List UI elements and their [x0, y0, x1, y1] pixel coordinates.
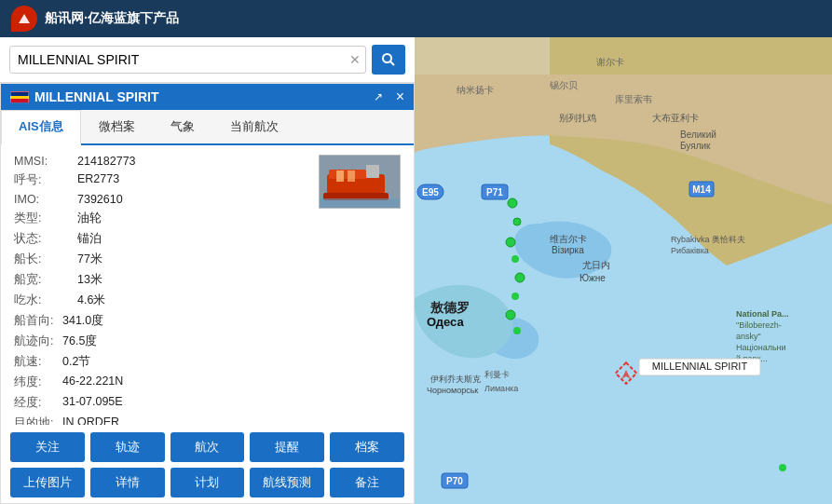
- svg-text:Національни: Національни: [736, 343, 786, 352]
- lat-label: 纬度:: [14, 375, 62, 390]
- type-row: 类型: 油轮: [14, 211, 226, 226]
- svg-text:纳米扬卡: 纳米扬卡: [457, 85, 494, 95]
- imo-row: IMO: 7392610: [14, 193, 226, 206]
- svg-marker-0: [19, 14, 30, 23]
- svg-text:P70: P70: [446, 476, 463, 486]
- svg-text:Rybakivka 奥恰科夫: Rybakivka 奥恰科夫: [671, 235, 745, 244]
- alert-button[interactable]: 提醒: [250, 432, 324, 462]
- length-label: 船长:: [14, 252, 77, 267]
- svg-text:伊利乔夫斯克: 伊利乔夫斯克: [430, 375, 481, 384]
- close-button[interactable]: ×: [396, 89, 404, 104]
- svg-point-41: [511, 255, 519, 263]
- tab-ais[interactable]: AIS信息: [1, 110, 81, 145]
- svg-line-54: [390, 61, 394, 65]
- svg-text:Буялик: Буялик: [680, 141, 711, 151]
- svg-point-40: [506, 238, 515, 247]
- svg-text:Одеса: Одеса: [427, 315, 464, 329]
- tab-profile[interactable]: 微档案: [81, 110, 153, 143]
- svg-text:维吉尔卡: 维吉尔卡: [550, 234, 587, 244]
- mmsi-row: MMSI: 214182773: [14, 155, 226, 168]
- ship-card: MILLENNIAL SPIRIT ↗ × AIS信息 微档案 气象 当前航次: [0, 83, 415, 504]
- btn-row-1: 关注 轨迹 航次 提醒 档案: [10, 432, 404, 462]
- course-row: 航迹向: 76.5度: [14, 334, 188, 349]
- follow-button[interactable]: 关注: [10, 432, 85, 462]
- svg-rect-58: [366, 165, 379, 178]
- svg-text:M14: M14: [692, 184, 711, 195]
- svg-text:库里索韦: 库里索韦: [615, 94, 652, 104]
- speed-row: 航速: 0.2节: [14, 354, 188, 370]
- search-button[interactable]: [372, 45, 405, 75]
- svg-text:Чорноморськ: Чорноморськ: [427, 386, 478, 395]
- header-title: 船讯网·亿海蓝旗下产品: [45, 10, 179, 27]
- mmsi-value: 214182773: [77, 155, 136, 168]
- svg-rect-60: [336, 170, 344, 182]
- dest-value: IN ORDER: [62, 415, 119, 425]
- draft-row: 吃水: 4.6米: [14, 293, 226, 308]
- svg-point-43: [511, 293, 519, 300]
- svg-point-42: [515, 273, 525, 282]
- upload-photo-button[interactable]: 上传图片: [10, 468, 85, 497]
- callsign-value: ER2773: [77, 172, 119, 188]
- type-label: 类型:: [14, 211, 77, 226]
- svg-text:大布亚利卡: 大布亚利卡: [652, 113, 699, 123]
- plan-button[interactable]: 计划: [170, 468, 245, 497]
- draft-value: 4.6米: [77, 293, 105, 308]
- track-button[interactable]: 轨迹: [90, 432, 165, 462]
- length-value: 77米: [77, 252, 102, 267]
- tab-weather[interactable]: 气象: [153, 110, 212, 143]
- status-row: 状态: 锚泊: [14, 231, 226, 247]
- ship-thumbnail: [319, 155, 401, 209]
- svg-text:利曼卡: 利曼卡: [484, 370, 510, 379]
- speed-label: 航速:: [14, 354, 62, 370]
- length-row: 船长: 77米: [14, 252, 226, 267]
- course-value: 76.5度: [62, 334, 97, 349]
- svg-text:Рибаківка: Рибаківка: [671, 246, 709, 255]
- ais-info-section: MMSI: 214182773 呼号: ER2773 IMO: 7392610 …: [1, 145, 414, 425]
- flag-icon: [10, 91, 29, 103]
- svg-text:Великий: Великий: [680, 129, 716, 140]
- heading-value: 341.0度: [62, 313, 103, 329]
- btn-row-2: 上传图片 详情 计划 航线预测 备注: [10, 468, 404, 497]
- svg-text:Лиманка: Лиманка: [484, 384, 518, 393]
- beam-row: 船宽: 13米: [14, 272, 226, 288]
- dest-row: 目的地: IN ORDER: [14, 415, 188, 425]
- svg-text:"Biloberezh-: "Biloberezh-: [736, 320, 782, 330]
- svg-point-46: [779, 464, 786, 471]
- lon-row: 经度: 31-07.095E: [14, 395, 188, 411]
- action-buttons: 关注 轨迹 航次 提醒 档案 上传图片 详情 计划 航线预测 备注: [1, 425, 414, 503]
- external-link-icon[interactable]: ↗: [374, 90, 383, 103]
- imo-value: 7392610: [77, 193, 123, 206]
- status-label: 状态:: [14, 231, 77, 247]
- svg-text:谢尔卡: 谢尔卡: [596, 57, 624, 67]
- tab-voyage[interactable]: 当前航次: [212, 110, 296, 143]
- search-bar: ✕: [0, 37, 415, 83]
- search-input[interactable]: [9, 46, 366, 74]
- search-clear-icon[interactable]: ✕: [349, 52, 361, 67]
- svg-point-45: [513, 327, 521, 334]
- left-panel: ✕ MILLENNIAL SPIRIT ↗ × AIS信息 微档案 气象 当前航…: [0, 37, 415, 504]
- svg-text:Візирка: Візирка: [552, 245, 584, 255]
- profile-button[interactable]: 档案: [330, 432, 404, 462]
- ais-left-column: MMSI: 214182773 呼号: ER2773 IMO: 7392610 …: [14, 155, 226, 313]
- svg-text:National Pa...: National Pa...: [736, 309, 789, 319]
- note-button[interactable]: 备注: [330, 468, 404, 497]
- callsign-row: 呼号: ER2773: [14, 172, 226, 188]
- svg-text:别列扎鸡: 别列扎鸡: [559, 113, 596, 123]
- voyage-button[interactable]: 航次: [170, 432, 245, 462]
- mmsi-label: MMSI:: [14, 155, 77, 168]
- type-value: 油轮: [77, 211, 102, 226]
- header: 船讯网·亿海蓝旗下产品: [0, 0, 832, 37]
- svg-rect-62: [320, 198, 401, 209]
- svg-point-39: [513, 218, 521, 225]
- callsign-label: 呼号:: [14, 172, 77, 188]
- lat-value: 46-22.221N: [62, 375, 123, 390]
- heading-label: 船首向:: [14, 313, 62, 329]
- lon-label: 经度:: [14, 395, 62, 411]
- detail-button[interactable]: 详情: [90, 468, 165, 497]
- route-predict-button[interactable]: 航线预测: [250, 468, 324, 497]
- search-input-wrap: ✕: [9, 46, 366, 74]
- card-title: MILLENNIAL SPIRIT: [34, 89, 368, 104]
- svg-text:锡尔贝: 锡尔贝: [549, 80, 578, 90]
- dest-label: 目的地:: [14, 415, 62, 425]
- ais-right-column: 船首向: 341.0度 航迹向: 76.5度 航速: 0.2节 纬度: 46-2…: [14, 313, 188, 425]
